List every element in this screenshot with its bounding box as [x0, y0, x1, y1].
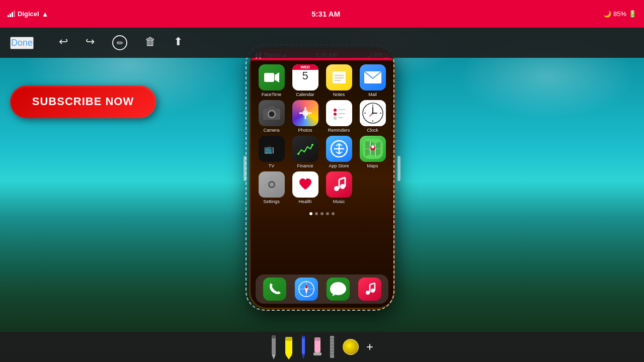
photos-icon — [292, 100, 318, 126]
plus-icon: + — [366, 340, 373, 354]
pen-blue[interactable] — [301, 335, 306, 359]
reminders-label: Reminders — [328, 128, 350, 133]
svg-text:📺: 📺 — [264, 144, 274, 154]
app-dock — [256, 275, 388, 304]
svg-marker-1 — [275, 72, 279, 82]
clock-icon-container — [360, 100, 386, 126]
app-health[interactable]: Health — [289, 171, 321, 204]
page-dot-4 — [332, 212, 335, 215]
done-button[interactable]: Done — [10, 37, 34, 49]
app-clock[interactable]: Clock — [357, 100, 388, 133]
svg-rect-76 — [302, 336, 305, 338]
calendar-day-number: 5 — [302, 70, 308, 82]
dock-phone[interactable] — [263, 278, 286, 301]
drawing-toolbar: + — [0, 332, 644, 362]
svg-line-66 — [370, 283, 375, 285]
calendar-label: Calendar — [296, 92, 314, 97]
app-camera[interactable]: Camera — [256, 100, 287, 133]
dock-music[interactable] — [358, 278, 381, 301]
maps-icon — [360, 136, 386, 162]
dock-safari[interactable] — [295, 278, 318, 301]
clock-face — [360, 100, 386, 126]
app-calendar[interactable]: WED 5 Calendar — [289, 64, 321, 97]
calendar-icon: WED 5 — [292, 64, 318, 90]
svg-rect-74 — [302, 336, 305, 354]
moon-icon: 🌙 — [603, 10, 611, 18]
facetime-icon — [259, 64, 285, 90]
battery-display: 🌙 85% 🔋 — [603, 10, 636, 18]
mail-label: Mail — [368, 92, 377, 97]
color-picker-circle[interactable] — [343, 339, 359, 355]
add-tool-button[interactable]: + — [366, 340, 373, 354]
svg-rect-50 — [264, 184, 267, 186]
app-finance[interactable]: Finance — [289, 136, 321, 168]
svg-point-32 — [372, 112, 374, 114]
markup-icon[interactable]: ✏ — [112, 35, 127, 50]
photos-gradient — [292, 100, 318, 126]
app-mail[interactable]: Mail — [357, 64, 388, 97]
app-maps[interactable]: Maps — [357, 136, 388, 168]
music-icon — [326, 171, 352, 198]
appletv-icon: 📺 — [259, 136, 285, 162]
health-icon — [292, 171, 318, 198]
pencil-tool[interactable] — [271, 334, 277, 359]
carrier-signal: Digicel ▲ — [8, 10, 48, 18]
signal-icon — [8, 11, 15, 17]
app-facetime[interactable]: FaceTime — [256, 64, 287, 97]
finance-label: Finance — [297, 163, 313, 168]
svg-point-21 — [334, 117, 337, 120]
svg-rect-79 — [313, 352, 321, 355]
appletv-label: TV — [269, 163, 275, 168]
dock-music-icon — [358, 278, 381, 301]
toolbar-icons: ↩ ↪ ✏ 🗑 ⬆ — [59, 35, 183, 50]
svg-point-47 — [270, 183, 274, 187]
svg-marker-75 — [302, 354, 305, 359]
delete-icon[interactable]: 🗑 — [145, 35, 156, 50]
time-display: 5:31 AM — [311, 10, 340, 18]
svg-rect-51 — [277, 184, 280, 186]
music-label: Music — [333, 199, 345, 204]
app-grid: FaceTime WED 5 Calendar Notes — [251, 60, 393, 208]
svg-rect-18 — [338, 109, 345, 110]
mail-icon — [360, 64, 386, 90]
photos-label: Photos — [298, 128, 312, 133]
phone-screen: ▌▌ Digicel ▲ 5:30 AM 🌙 85% ▓ FaceTime — [249, 48, 395, 309]
svg-point-19 — [334, 113, 337, 116]
svg-rect-49 — [271, 190, 273, 193]
ruler-tool[interactable] — [329, 335, 335, 359]
highlighter-yellow[interactable] — [284, 334, 293, 359]
battery-icon: 🔋 — [628, 10, 636, 18]
facetime-label: FaceTime — [262, 92, 282, 97]
app-appletv[interactable]: 📺 TV — [256, 136, 287, 168]
app-notes[interactable]: Notes — [323, 64, 355, 97]
settings-label: Settings — [263, 199, 280, 204]
settings-icon — [259, 171, 285, 198]
share-icon[interactable]: ⬆ — [174, 35, 183, 50]
app-settings[interactable]: Settings — [256, 171, 287, 204]
redo-icon[interactable]: ↪ — [86, 35, 95, 50]
app-music[interactable]: Music — [323, 171, 355, 204]
camera-label: Camera — [263, 128, 279, 133]
notes-icon — [326, 64, 352, 90]
app-photos[interactable]: Photos — [289, 100, 321, 133]
svg-rect-22 — [338, 117, 343, 118]
undo-icon[interactable]: ↩ — [59, 35, 68, 50]
svg-line-56 — [339, 177, 345, 179]
phone-icon — [263, 278, 286, 301]
page-dot-1 — [315, 212, 318, 215]
svg-marker-73 — [285, 354, 292, 359]
resize-handle-right[interactable] — [397, 156, 400, 181]
resize-handle-left[interactable] — [244, 156, 247, 181]
svg-point-45 — [371, 145, 374, 148]
svg-rect-78 — [314, 337, 320, 341]
app-appstore[interactable]: App Store — [323, 136, 355, 168]
dock-messages[interactable] — [327, 278, 350, 301]
eraser-tool[interactable] — [313, 335, 321, 358]
subscribe-button[interactable]: SUBSCRIBE NOW — [10, 85, 156, 118]
svg-marker-69 — [272, 354, 276, 359]
notes-label: Notes — [333, 92, 345, 97]
health-label: Health — [298, 199, 311, 204]
svg-point-10 — [270, 112, 274, 116]
app-reminders[interactable]: Reminders — [323, 100, 355, 133]
svg-point-11 — [302, 110, 308, 116]
